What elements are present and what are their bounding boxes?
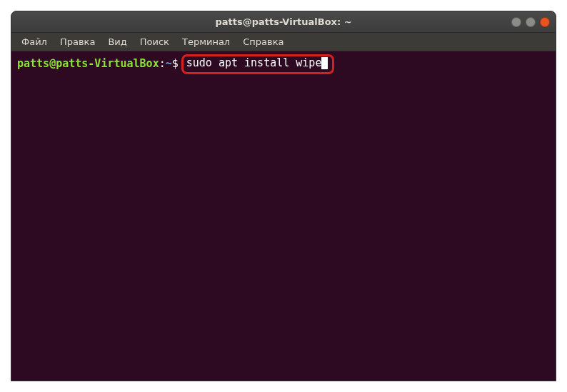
prompt-line: patts@patts-VirtualBox:~$ sudo apt insta…: [17, 54, 550, 74]
menu-file[interactable]: Файл: [16, 34, 53, 49]
titlebar: patts@patts-VirtualBox: ~: [11, 11, 556, 33]
menu-edit[interactable]: Правка: [54, 34, 101, 49]
prompt-path: ~: [166, 57, 172, 71]
prompt-user-host: patts@patts-VirtualBox: [17, 57, 159, 71]
window-title: patts@patts-VirtualBox: ~: [215, 16, 351, 27]
menu-view[interactable]: Вид: [102, 34, 132, 49]
minimize-button[interactable]: [511, 17, 521, 27]
close-button[interactable]: [540, 17, 550, 27]
window-controls: [511, 17, 550, 27]
maximize-button[interactable]: [526, 17, 536, 27]
menubar: Файл Правка Вид Поиск Терминал Справка: [11, 33, 556, 51]
prompt-separator: :: [159, 57, 166, 71]
command-input[interactable]: sudo apt install wipe: [186, 56, 322, 71]
prompt-symbol: $: [172, 57, 179, 71]
terminal-window: patts@patts-VirtualBox: ~ Файл Правка Ви…: [11, 11, 556, 381]
menu-help[interactable]: Справка: [237, 34, 289, 49]
menu-terminal[interactable]: Терминал: [176, 34, 236, 49]
highlight-annotation: sudo apt install wipe: [181, 54, 335, 74]
text-cursor: [321, 57, 328, 69]
terminal-body[interactable]: patts@patts-VirtualBox:~$ sudo apt insta…: [11, 51, 556, 381]
menu-search[interactable]: Поиск: [134, 34, 175, 49]
